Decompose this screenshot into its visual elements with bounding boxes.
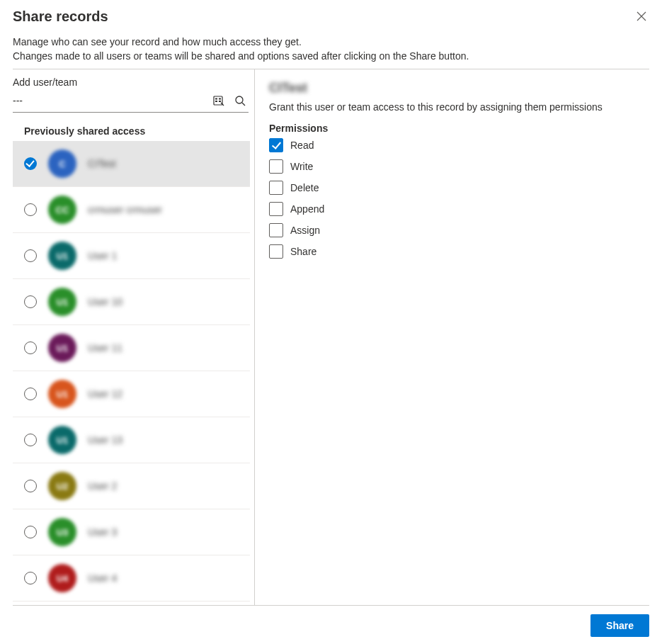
avatar: U2 — [48, 472, 76, 500]
permissions-list: ReadWriteDeleteAppendAssignShare — [269, 138, 649, 259]
svg-rect-0 — [214, 96, 222, 105]
directory-lookup-button[interactable] — [212, 94, 226, 108]
user-select-toggle[interactable] — [24, 341, 37, 354]
user-row[interactable]: U1User 1 — [13, 233, 250, 279]
avatar: U1 — [48, 426, 76, 454]
svg-point-5 — [236, 96, 243, 103]
avatar: U1 — [48, 380, 76, 408]
svg-rect-1 — [215, 98, 217, 100]
subtitle-line2: Changes made to all users or teams will … — [13, 50, 469, 62]
user-name-label: User 10 — [88, 296, 122, 307]
user-row[interactable]: U1User 10 — [13, 279, 250, 325]
shared-access-heading: Previously shared access — [13, 113, 254, 141]
user-name-label: User 2 — [88, 480, 117, 492]
user-name-label: User 1 — [88, 250, 117, 261]
search-button[interactable] — [233, 94, 247, 108]
avatar: C — [48, 149, 76, 178]
user-name-label: crmuser crmuser — [88, 204, 162, 215]
directory-icon — [213, 95, 224, 106]
user-select-toggle[interactable] — [24, 480, 37, 492]
permission-label: Read — [290, 140, 314, 151]
svg-rect-3 — [219, 98, 221, 100]
user-row[interactable]: U4User 4 — [13, 555, 250, 601]
user-select-toggle[interactable] — [24, 572, 37, 584]
avatar: U4 — [48, 564, 76, 592]
user-row[interactable]: U1User 12 — [13, 371, 250, 417]
svg-rect-4 — [219, 101, 221, 102]
selected-user-name: CITest — [269, 81, 307, 96]
permission-label: Append — [290, 203, 324, 215]
permission-checkbox[interactable] — [269, 202, 283, 216]
user-name-label: User 13 — [88, 434, 122, 446]
permission-description: Grant this user or team access to this r… — [269, 101, 649, 113]
user-select-toggle[interactable] — [24, 388, 37, 400]
avatar: CC — [48, 196, 76, 224]
close-button[interactable] — [634, 9, 649, 26]
permission-label: Write — [290, 161, 313, 172]
user-row[interactable]: U3User 3 — [13, 509, 250, 555]
permission-checkbox[interactable] — [269, 244, 283, 259]
user-row[interactable]: U1User 13 — [13, 417, 250, 463]
svg-rect-2 — [215, 101, 217, 102]
user-select-toggle[interactable] — [24, 157, 37, 170]
user-name-label: CITest — [88, 158, 116, 169]
user-select-toggle[interactable] — [24, 203, 37, 216]
add-user-input[interactable] — [13, 89, 212, 112]
avatar: U1 — [48, 334, 76, 362]
user-select-toggle[interactable] — [24, 249, 37, 262]
search-icon — [234, 95, 246, 106]
user-row[interactable]: U2User 2 — [13, 463, 250, 509]
permission-label: Delete — [290, 182, 319, 193]
dialog-title: Share records — [13, 9, 108, 25]
user-select-toggle[interactable] — [24, 526, 37, 538]
close-icon — [637, 11, 646, 23]
user-row[interactable]: CCITest — [13, 141, 250, 187]
add-user-label: Add user/team — [13, 69, 254, 89]
permissions-heading: Permissions — [269, 123, 649, 134]
permission-item[interactable]: Assign — [269, 223, 649, 237]
permission-item[interactable]: Append — [269, 202, 649, 216]
user-list[interactable]: CCITestCCcrmuser crmuserU1User 1U1User 1… — [13, 141, 254, 605]
share-button[interactable]: Share — [590, 614, 649, 637]
subtitle-line1: Manage who can see your record and how m… — [13, 36, 302, 47]
permission-item[interactable]: Delete — [269, 181, 649, 195]
user-select-toggle[interactable] — [24, 434, 37, 446]
avatar: U1 — [48, 242, 76, 270]
permission-label: Assign — [290, 225, 320, 236]
permission-item[interactable]: Read — [269, 138, 649, 152]
user-name-label: User 11 — [88, 342, 122, 354]
dialog-subtitle: Manage who can see your record and how m… — [0, 26, 662, 69]
permission-item[interactable]: Share — [269, 244, 649, 259]
avatar: U1 — [48, 288, 76, 316]
permission-label: Share — [290, 246, 316, 257]
user-name-label: User 4 — [88, 572, 117, 584]
permission-checkbox[interactable] — [269, 223, 283, 237]
permission-checkbox[interactable] — [269, 159, 283, 174]
user-select-toggle[interactable] — [24, 295, 37, 308]
user-name-label: User 12 — [88, 388, 122, 400]
avatar: U3 — [48, 518, 76, 546]
permission-checkbox[interactable] — [269, 181, 283, 195]
permission-checkbox[interactable] — [269, 138, 283, 152]
user-name-label: User 3 — [88, 526, 117, 538]
user-row[interactable]: CCcrmuser crmuser — [13, 187, 250, 233]
permission-item[interactable]: Write — [269, 159, 649, 174]
user-row[interactable]: U1User 11 — [13, 325, 250, 371]
